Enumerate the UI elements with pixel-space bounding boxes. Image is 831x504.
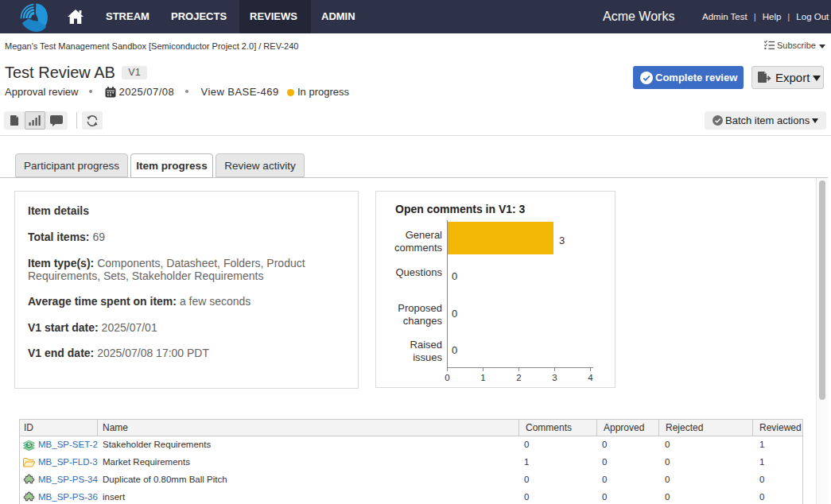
svg-text:4: 4 <box>588 373 593 382</box>
svg-text:0: 0 <box>445 373 449 382</box>
svg-text:1: 1 <box>480 373 485 382</box>
svg-text:3: 3 <box>552 373 557 382</box>
svg-text:S: S <box>27 442 31 448</box>
svg-text:2: 2 <box>516 373 521 382</box>
